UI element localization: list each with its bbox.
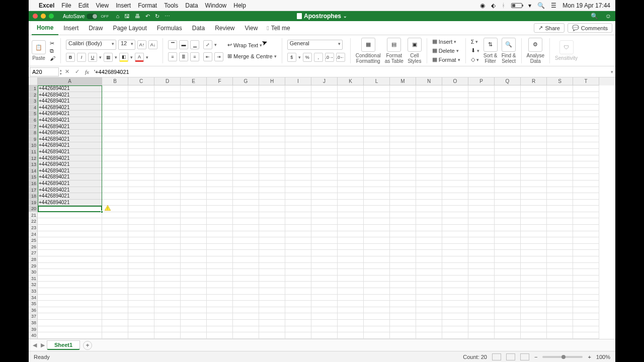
cell-H29[interactable] xyxy=(259,263,285,269)
cell-R38[interactable] xyxy=(521,320,547,326)
cell-F14[interactable] xyxy=(207,168,233,174)
column-header-J[interactable]: J xyxy=(311,77,338,85)
decrease-indent-button[interactable]: ⇤ xyxy=(203,52,212,61)
cell-C18[interactable] xyxy=(128,193,154,200)
cell-O22[interactable] xyxy=(442,218,468,225)
cell-M12[interactable] xyxy=(390,155,416,162)
cell-M27[interactable] xyxy=(390,250,416,256)
cell-E28[interactable] xyxy=(181,256,207,263)
cell-R17[interactable] xyxy=(521,187,547,194)
column-header-Q[interactable]: Q xyxy=(495,77,521,85)
cell-C20[interactable] xyxy=(128,206,154,212)
cell-O13[interactable] xyxy=(442,161,468,168)
cell-H7[interactable] xyxy=(259,124,285,130)
cell-R32[interactable] xyxy=(521,282,547,288)
cell-E9[interactable] xyxy=(181,136,207,143)
cell-D21[interactable] xyxy=(154,212,181,219)
cell-J22[interactable] xyxy=(311,218,338,225)
cell-D15[interactable] xyxy=(154,174,181,180)
cell-M7[interactable] xyxy=(390,124,416,130)
cell-M17[interactable] xyxy=(390,187,416,194)
cell-B8[interactable] xyxy=(102,130,128,136)
row-header-2[interactable]: 2 xyxy=(29,92,38,99)
format-as-table-button[interactable]: ▤ xyxy=(387,38,401,52)
cell-B17[interactable] xyxy=(102,187,128,194)
row-header-31[interactable]: 31 xyxy=(29,276,38,282)
cell-E37[interactable] xyxy=(181,313,207,320)
cell-R28[interactable] xyxy=(521,256,547,263)
cell-L24[interactable] xyxy=(364,231,390,238)
cell-Q12[interactable] xyxy=(495,155,521,162)
cell-S1[interactable] xyxy=(547,85,573,92)
cell-K6[interactable] xyxy=(338,117,364,124)
cell-B11[interactable] xyxy=(102,149,128,155)
cell-I11[interactable] xyxy=(285,149,311,155)
merge-centre-button[interactable]: ⊞Merge & Centre▾ xyxy=(227,52,277,60)
cell-J26[interactable] xyxy=(311,244,338,250)
cell-J21[interactable] xyxy=(311,212,338,219)
cell-Q13[interactable] xyxy=(495,161,521,168)
cell-A39[interactable] xyxy=(38,326,102,333)
cell-C3[interactable] xyxy=(128,98,154,105)
cell-P27[interactable] xyxy=(468,250,495,256)
cell-R21[interactable] xyxy=(521,212,547,219)
cell-Q23[interactable] xyxy=(495,225,521,231)
column-header-R[interactable]: R xyxy=(521,77,547,85)
autosum-button[interactable]: Σ ▾ xyxy=(471,38,479,46)
cell-E40[interactable] xyxy=(181,332,207,339)
document-title[interactable]: Apostrophes ⌄ xyxy=(297,13,347,20)
cell-Q26[interactable] xyxy=(495,244,521,250)
cell-D18[interactable] xyxy=(154,193,181,200)
cell-S14[interactable] xyxy=(547,168,573,174)
cell-E14[interactable] xyxy=(181,168,207,174)
cell-I10[interactable] xyxy=(285,142,311,149)
cell-T20[interactable] xyxy=(573,206,599,212)
cell-D13[interactable] xyxy=(154,161,181,168)
column-header-F[interactable]: F xyxy=(207,77,233,85)
cell-K32[interactable] xyxy=(338,282,364,288)
cell-B29[interactable] xyxy=(102,263,128,269)
cell-T38[interactable] xyxy=(573,320,599,326)
cell-S29[interactable] xyxy=(547,263,573,269)
cell-N6[interactable] xyxy=(416,117,442,124)
cell-G1[interactable] xyxy=(233,85,259,92)
cell-M8[interactable] xyxy=(390,130,416,136)
cell-L38[interactable] xyxy=(364,320,390,326)
cell-T11[interactable] xyxy=(573,149,599,155)
cell-G18[interactable] xyxy=(233,193,259,200)
cell-E29[interactable] xyxy=(181,263,207,269)
cell-N24[interactable] xyxy=(416,231,442,238)
cell-L22[interactable] xyxy=(364,218,390,225)
cell-M1[interactable] xyxy=(390,85,416,92)
cell-A35[interactable] xyxy=(38,301,102,307)
column-header-H[interactable]: H xyxy=(259,77,285,85)
cell-F12[interactable] xyxy=(207,155,233,162)
cell-O19[interactable] xyxy=(442,200,468,206)
cell-H39[interactable] xyxy=(259,326,285,333)
cell-L5[interactable] xyxy=(364,111,390,117)
align-middle-button[interactable]: ▬ xyxy=(179,40,188,49)
row-header-3[interactable]: 3 xyxy=(29,98,38,105)
cell-R2[interactable] xyxy=(521,92,547,99)
cell-H10[interactable] xyxy=(259,142,285,149)
cell-S13[interactable] xyxy=(547,161,573,168)
cell-K29[interactable] xyxy=(338,263,364,269)
cell-P28[interactable] xyxy=(468,256,495,263)
cell-A15[interactable]: +4426894021 xyxy=(38,174,102,180)
cell-E30[interactable] xyxy=(181,269,207,276)
cell-J28[interactable] xyxy=(311,256,338,263)
cell-S36[interactable] xyxy=(547,307,573,314)
cell-N34[interactable] xyxy=(416,295,442,301)
cell-B1[interactable] xyxy=(102,85,128,92)
cell-J9[interactable] xyxy=(311,136,338,143)
cell-Q36[interactable] xyxy=(495,307,521,314)
cell-M39[interactable] xyxy=(390,326,416,333)
cell-M11[interactable] xyxy=(390,149,416,155)
cell-D2[interactable] xyxy=(154,92,181,99)
cell-K13[interactable] xyxy=(338,161,364,168)
cell-T26[interactable] xyxy=(573,244,599,250)
cell-Q21[interactable] xyxy=(495,212,521,219)
cell-P31[interactable] xyxy=(468,276,495,282)
cell-T6[interactable] xyxy=(573,117,599,124)
cell-S26[interactable] xyxy=(547,244,573,250)
